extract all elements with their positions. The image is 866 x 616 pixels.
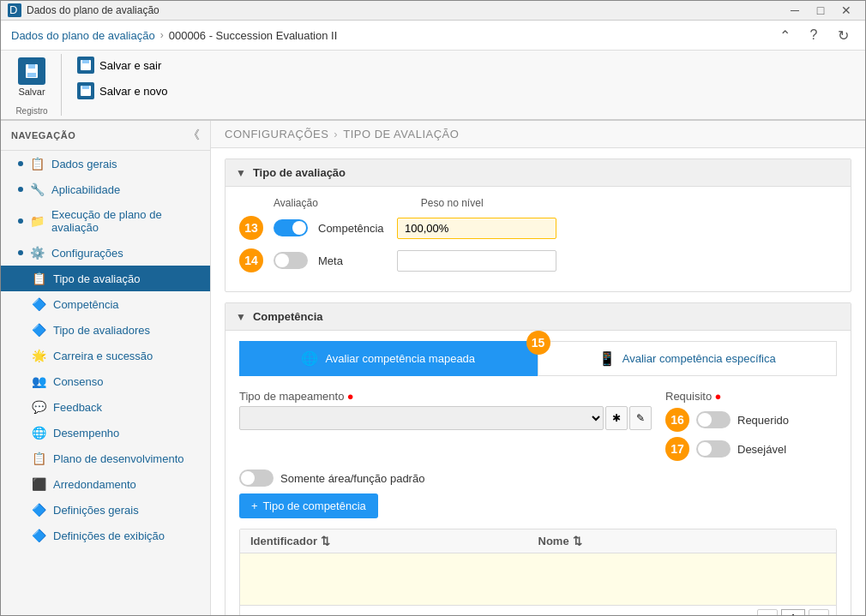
breadcrumb-current: 000006 - Succession Evaluation II bbox=[169, 29, 338, 42]
tipo-mapeamento-select[interactable] bbox=[239, 406, 604, 430]
sidebar-icon-desempenho: 🌐 bbox=[32, 426, 46, 440]
content-breadcrumb-1: CONFIGURAÇÕES bbox=[225, 128, 328, 141]
sidebar-icon-execucao: 📁 bbox=[30, 214, 45, 228]
main-window: D Dados do plano de avaliação ─ □ ✕ Dado… bbox=[0, 0, 866, 616]
sidebar-icon-def-gerais: 🔷 bbox=[32, 503, 46, 517]
close-button[interactable]: ✕ bbox=[834, 1, 858, 20]
sidebar-item-arredondamento[interactable]: ⬛ Arredondamento bbox=[1, 471, 210, 497]
ribbon-divider bbox=[61, 54, 62, 116]
content-breadcrumb: CONFIGURAÇÕES › TIPO DE AVALIAÇÃO bbox=[211, 121, 865, 148]
page-next-button[interactable]: › bbox=[809, 609, 829, 615]
help-button[interactable]: ? bbox=[802, 26, 826, 45]
maximize-button[interactable]: □ bbox=[809, 1, 833, 20]
sidebar-item-carreira-sucessao[interactable]: 🌟 Carreira e sucessão bbox=[1, 343, 210, 368]
title-bar-controls: ─ □ ✕ bbox=[783, 1, 858, 20]
section-competencia-body: 15 🌐 Avaliar competência mapeada 📱 Avali… bbox=[226, 331, 851, 615]
sidebar-item-dados-gerais[interactable]: 📋 Dados gerais bbox=[1, 151, 210, 176]
step-badge-13: 13 bbox=[239, 216, 263, 240]
sidebar-icon-consenso: 👥 bbox=[32, 374, 46, 388]
collapse-ribbon-button[interactable]: ⌃ bbox=[773, 26, 797, 45]
section-competencia: ▼ Competência 15 🌐 Avaliar competência m… bbox=[225, 302, 851, 615]
col-identificador: Identificador ⇅ bbox=[250, 535, 538, 547]
peso-nivel-header: Peso no nível bbox=[421, 197, 484, 209]
sidebar-item-consenso[interactable]: 👥 Consenso bbox=[1, 368, 210, 394]
col-identificador-sort[interactable]: ⇅ bbox=[321, 535, 330, 547]
sidebar-icon-configuracoes: ⚙️ bbox=[30, 246, 45, 260]
sidebar-item-tipo-avaliacao[interactable]: 📋 Tipo de avaliação bbox=[1, 266, 210, 291]
sidebar-item-tipo-avaliadores[interactable]: 🔷 Tipo de avaliadores bbox=[1, 317, 210, 343]
sidebar-item-desempenho[interactable]: 🌐 Desempenho bbox=[1, 420, 210, 446]
bullet-icon bbox=[18, 218, 23, 224]
sidebar-item-definicoes-gerais[interactable]: 🔷 Definições gerais bbox=[1, 497, 210, 523]
table-header: Identificador ⇅ Nome ⇅ bbox=[240, 529, 836, 553]
mapeamento-requisito-row: Tipo de mapeamento ● ✱ ✎ bbox=[239, 390, 837, 461]
svg-rect-8 bbox=[82, 86, 89, 89]
col-nome: Nome ⇅ bbox=[538, 535, 827, 547]
tab-avaliar-especifica[interactable]: 📱 Avaliar competência específica bbox=[538, 341, 838, 376]
somente-area-toggle[interactable] bbox=[239, 469, 274, 487]
competencia-peso-input[interactable] bbox=[397, 218, 556, 239]
sidebar-icon-competencia: 🔷 bbox=[32, 297, 46, 311]
sidebar-label-arredondamento: Arredondamento bbox=[53, 478, 136, 491]
competencia-toggle[interactable] bbox=[274, 219, 308, 236]
meta-toggle[interactable] bbox=[274, 252, 308, 269]
content-breadcrumb-sep: › bbox=[334, 128, 338, 141]
meta-peso-input[interactable] bbox=[397, 250, 556, 272]
sidebar-label-desempenho: Desempenho bbox=[53, 427, 119, 440]
section-competencia-header[interactable]: ▼ Competência bbox=[226, 303, 851, 331]
add-tipo-competencia-button[interactable]: + Tipo de competência bbox=[239, 493, 378, 518]
sidebar-collapse-button[interactable]: 《 bbox=[188, 128, 200, 143]
main-layout: NAVEGAÇÃO 《 📋 Dados gerais 🔧 Aplicabilid… bbox=[1, 121, 865, 615]
content-area: CONFIGURAÇÕES › TIPO DE AVALIAÇÃO ▼ Tipo… bbox=[211, 121, 865, 615]
save-button[interactable]: Salvar bbox=[11, 54, 52, 100]
sidebar-item-feedback[interactable]: 💬 Feedback bbox=[1, 394, 210, 420]
competencia-label: Competência bbox=[318, 222, 387, 235]
sidebar-item-execucao[interactable]: 📁 Execução de plano de avaliação bbox=[1, 202, 210, 240]
minimize-button[interactable]: ─ bbox=[783, 1, 807, 20]
tab-avaliar-mapeada[interactable]: 🌐 Avaliar competência mapeada bbox=[239, 341, 538, 376]
save-exit-label: Salvar e sair bbox=[99, 59, 161, 72]
competencia-row: 13 Competência bbox=[239, 216, 837, 240]
tipo-mapeamento-star-btn[interactable]: ✱ bbox=[605, 406, 628, 430]
section-competencia-toggle: ▼ bbox=[236, 311, 246, 323]
bullet-icon bbox=[18, 161, 23, 166]
sidebar-icon-plano: 📋 bbox=[32, 452, 46, 465]
save-exit-button[interactable]: Salvar e sair bbox=[70, 54, 175, 76]
sidebar-item-competencia[interactable]: 🔷 Competência bbox=[1, 291, 210, 317]
save-label: Salvar bbox=[18, 87, 45, 97]
requerido-toggle[interactable] bbox=[696, 411, 731, 428]
sidebar-item-definicoes-exibicao[interactable]: 🔷 Definições de exibição bbox=[1, 523, 210, 548]
refresh-button[interactable]: ↻ bbox=[831, 26, 855, 45]
save-new-button[interactable]: Salvar e novo bbox=[70, 80, 175, 102]
col-nome-label: Nome bbox=[538, 535, 569, 547]
bullet-icon bbox=[18, 187, 23, 192]
sidebar-label-def-gerais: Definições gerais bbox=[53, 504, 139, 517]
table-body bbox=[240, 553, 836, 605]
tipo-mapeamento-group: Tipo de mapeamento ● ✱ ✎ bbox=[239, 390, 652, 430]
sidebar-icon-feedback: 💬 bbox=[32, 400, 46, 414]
sidebar-header: NAVEGAÇÃO 《 bbox=[1, 121, 210, 151]
page-prev-button[interactable]: ‹ bbox=[757, 609, 778, 615]
title-bar-text: Dados do plano de avaliação bbox=[27, 4, 778, 16]
sidebar-item-aplicabilidade[interactable]: 🔧 Aplicabilidade bbox=[1, 176, 210, 202]
ribbon: Dados do plano de avaliação › 000006 - S… bbox=[1, 21, 865, 121]
somente-area-label: Somente área/função padrão bbox=[280, 472, 424, 485]
desejavel-toggle[interactable] bbox=[696, 440, 731, 458]
sidebar-label-competencia: Competência bbox=[53, 298, 119, 311]
tipo-mapeamento-edit-btn[interactable]: ✎ bbox=[629, 406, 652, 430]
sidebar-icon-tipo-avaliacao: 📋 bbox=[32, 272, 46, 285]
section-tipo-avaliacao-header[interactable]: ▼ Tipo de avaliação bbox=[226, 159, 851, 187]
sidebar-item-configuracoes[interactable]: ⚙️ Configurações bbox=[1, 240, 210, 266]
table-footer: ‹ 1 › bbox=[240, 605, 836, 615]
sidebar-item-plano-desenvolvimento[interactable]: 📋 Plano de desenvolvimento bbox=[1, 446, 210, 471]
desejavel-label: Desejável bbox=[737, 443, 786, 456]
meta-row: 14 Meta bbox=[239, 248, 837, 272]
svg-rect-4 bbox=[27, 73, 36, 77]
svg-text:D: D bbox=[9, 3, 17, 16]
step-badge-16: 16 bbox=[665, 408, 689, 432]
sidebar: NAVEGAÇÃO 《 📋 Dados gerais 🔧 Aplicabilid… bbox=[1, 121, 211, 615]
add-tipo-competencia-label: Tipo de competência bbox=[263, 499, 366, 512]
section-tipo-avaliacao-body: Avaliação Peso no nível 13 Competência bbox=[226, 187, 851, 291]
breadcrumb-home[interactable]: Dados do plano de avaliação bbox=[11, 29, 155, 42]
col-nome-sort[interactable]: ⇅ bbox=[573, 535, 582, 547]
